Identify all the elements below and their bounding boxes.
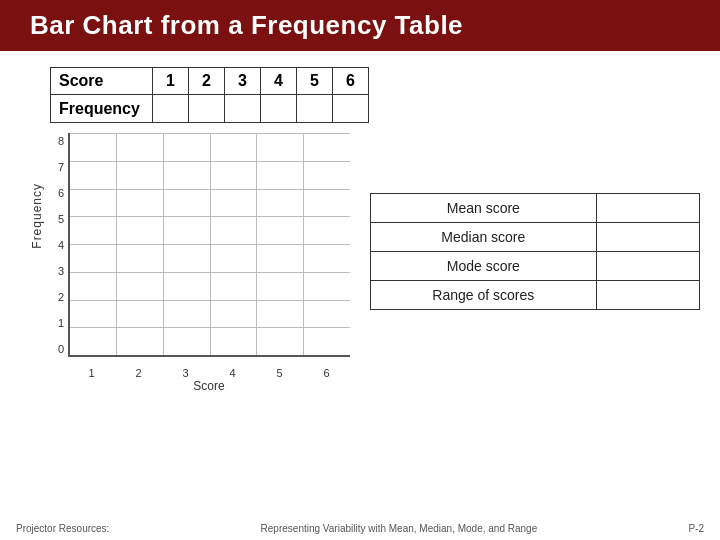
stat-row-median: Median score — [371, 223, 700, 252]
col-4: 4 — [260, 68, 296, 95]
chart-plot-area — [68, 133, 350, 357]
vgridline-3 — [210, 133, 211, 355]
y-label-1: 1 — [58, 317, 68, 329]
table-row-score: Score 1 2 3 4 5 6 — [51, 68, 369, 95]
y-label-4: 4 — [58, 239, 68, 251]
page-title: Bar Chart from a Frequency Table — [0, 0, 720, 51]
x-label-1: 1 — [68, 367, 115, 379]
frequency-label: Frequency — [51, 95, 153, 123]
stat-median-label: Median score — [371, 223, 597, 252]
freq-val-4 — [260, 95, 296, 123]
y-label-0: 0 — [58, 343, 68, 355]
col-2: 2 — [188, 68, 224, 95]
y-label-2: 2 — [58, 291, 68, 303]
x-axis-labels: 1 2 3 4 5 6 — [68, 367, 350, 379]
col-1: 1 — [152, 68, 188, 95]
frequency-table: Score 1 2 3 4 5 6 Frequency — [50, 67, 369, 123]
freq-val-6 — [332, 95, 368, 123]
vgridline-4 — [256, 133, 257, 355]
freq-val-2 — [188, 95, 224, 123]
y-label-8: 8 — [58, 135, 68, 147]
footer-center: Representing Variability with Mean, Medi… — [261, 523, 538, 534]
stat-range-label: Range of scores — [371, 281, 597, 310]
x-label-5: 5 — [256, 367, 303, 379]
stats-table: Mean score Median score Mode score Range… — [370, 193, 700, 310]
footer: Projector Resources: Representing Variab… — [0, 523, 720, 534]
freq-val-3 — [224, 95, 260, 123]
footer-left: Projector Resources: — [16, 523, 109, 534]
y-axis-labels: 0 1 2 3 4 5 6 7 8 — [30, 133, 68, 357]
x-label-4: 4 — [209, 367, 256, 379]
col-3: 3 — [224, 68, 260, 95]
x-axis-title: Score — [68, 379, 350, 393]
stat-mode-label: Mode score — [371, 252, 597, 281]
main-content: Score 1 2 3 4 5 6 Frequency Fr — [0, 51, 720, 393]
stat-mean-value — [596, 194, 699, 223]
stat-range-value — [596, 281, 699, 310]
table-row-frequency: Frequency — [51, 95, 369, 123]
y-label-6: 6 — [58, 187, 68, 199]
chart-stats-row: Frequency 0 1 2 3 4 5 6 7 8 — [20, 133, 700, 393]
y-label-7: 7 — [58, 161, 68, 173]
stat-mode-value — [596, 252, 699, 281]
footer-right: P-2 — [688, 523, 704, 534]
x-label-6: 6 — [303, 367, 350, 379]
col-5: 5 — [296, 68, 332, 95]
freq-val-1 — [152, 95, 188, 123]
freq-val-5 — [296, 95, 332, 123]
stat-row-range: Range of scores — [371, 281, 700, 310]
vgridline-1 — [116, 133, 117, 355]
vgridline-5 — [303, 133, 304, 355]
y-label-3: 3 — [58, 265, 68, 277]
x-label-2: 2 — [115, 367, 162, 379]
score-label: Score — [51, 68, 153, 95]
bar-chart: Frequency 0 1 2 3 4 5 6 7 8 — [30, 133, 350, 393]
stat-median-value — [596, 223, 699, 252]
stat-row-mode: Mode score — [371, 252, 700, 281]
x-label-3: 3 — [162, 367, 209, 379]
frequency-table-wrap: Score 1 2 3 4 5 6 Frequency — [50, 67, 700, 123]
y-label-5: 5 — [58, 213, 68, 225]
vgridline-2 — [163, 133, 164, 355]
stats-table-wrap: Mean score Median score Mode score Range… — [370, 193, 700, 310]
stat-mean-label: Mean score — [371, 194, 597, 223]
stat-row-mean: Mean score — [371, 194, 700, 223]
col-6: 6 — [332, 68, 368, 95]
